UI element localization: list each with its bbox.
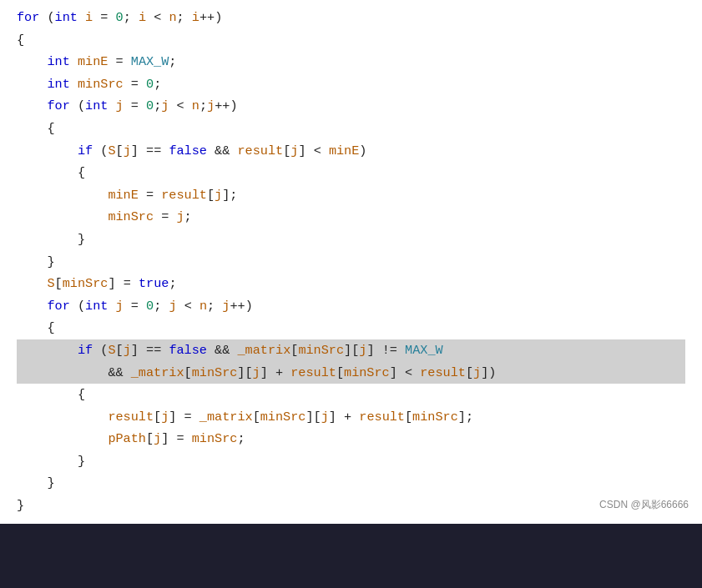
code-line-21: } <box>17 450 685 473</box>
code-line-7: if (S[j] == false && result[j] < minE) <box>17 140 685 163</box>
code-line-8: { <box>17 162 685 184</box>
code-line-9: minE = result[j]; <box>17 184 685 207</box>
code-line-16: if (S[j] == false && _matrix[minSrc][j] … <box>17 339 685 362</box>
code-line-1: for (int i = 0; i < n; i++) <box>17 7 685 29</box>
code-line-22: } <box>17 472 685 495</box>
code-line-3: int minE = MAX_W; <box>17 51 685 73</box>
code-line-2: { <box>17 29 685 52</box>
code-line-18: { <box>17 384 685 406</box>
code-line-23: } <box>17 495 685 517</box>
code-line-13: S[minSrc] = true; <box>17 273 685 295</box>
code-line-11: } <box>17 229 685 251</box>
code-line-6: { <box>17 118 685 140</box>
code-line-12: } <box>17 251 685 274</box>
code-line-10: minSrc = j; <box>17 206 685 229</box>
code-line-15: { <box>17 317 685 339</box>
code-line-4: int minSrc = 0; <box>17 73 685 96</box>
code-line-17: && _matrix[minSrc][j] + result[minSrc] <… <box>17 362 685 384</box>
code-line-14: for (int j = 0; j < n; j++) <box>17 295 685 318</box>
code-line-5: for (int j = 0;j < n;j++) <box>17 95 685 118</box>
code-line-20: pPath[j] = minSrc; <box>17 428 685 450</box>
watermark: CSDN @风影66666 <box>599 496 689 514</box>
code-container: for (int i = 0; i < n; i++) { int minE =… <box>0 0 702 524</box>
code-line-19: result[j] = _matrix[minSrc][j] + result[… <box>17 406 685 429</box>
